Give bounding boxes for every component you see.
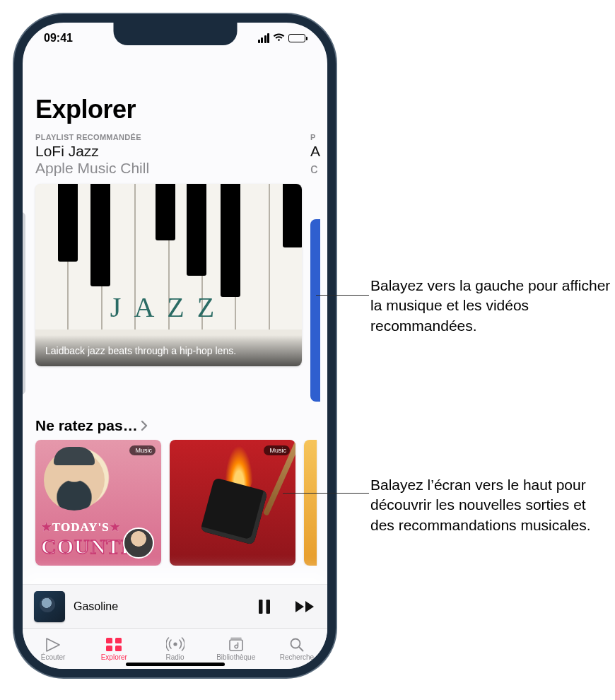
callout-swipe-left: Balayez vers la gauche pour afficher la …: [370, 276, 611, 336]
hero-caption: Laidback jazz beats through a hip-hop le…: [35, 335, 302, 366]
status-time: 09:41: [44, 32, 73, 45]
notch: [113, 23, 237, 45]
next-track-button[interactable]: [295, 596, 316, 617]
hero-art-text: JAZZ: [35, 291, 302, 324]
tile-burning-match[interactable]: Music: [170, 440, 295, 566]
page-title: Explorer: [23, 54, 327, 126]
svg-point-6: [173, 642, 177, 646]
svg-rect-5: [115, 646, 122, 651]
svg-rect-1: [266, 600, 271, 614]
mini-player[interactable]: Gasoline: [23, 584, 327, 628]
battery-icon: [288, 34, 308, 42]
dont-miss-row[interactable]: Music ★TODAY'S★ COUNTRY Music: [23, 440, 327, 566]
iphone-frame: 09:41 Explorer PLAYLIST RECOMMANDÉE: [14, 14, 336, 677]
hero-card-lofi-jazz[interactable]: PLAYLIST RECOMMANDÉE LoFi Jazz Apple Mus…: [35, 133, 302, 402]
tab-search[interactable]: Recherche: [266, 629, 327, 669]
callout-leader-line: [316, 295, 369, 296]
hero-carousel[interactable]: PLAYLIST RECOMMANDÉE LoFi Jazz Apple Mus…: [23, 126, 327, 402]
hero-eyebrow: PLAYLIST RECOMMANDÉE: [35, 133, 302, 141]
section-header-dont-miss[interactable]: Ne ratez pas…: [23, 402, 327, 440]
mini-player-title: Gasoline: [74, 600, 254, 613]
home-indicator[interactable]: [126, 663, 225, 666]
hero-title: LoFi Jazz: [35, 143, 302, 160]
tab-listen[interactable]: Écouter: [23, 629, 83, 669]
wifi-icon: [273, 32, 285, 45]
hero-card-left-peek[interactable]: [23, 212, 25, 395]
svg-rect-3: [115, 638, 122, 643]
svg-rect-0: [259, 600, 263, 614]
svg-rect-2: [106, 638, 112, 643]
chevron-right-icon: [141, 420, 148, 431]
pause-button[interactable]: [254, 596, 275, 617]
mini-player-artwork[interactable]: [34, 591, 65, 622]
tile-todays-country[interactable]: Music ★TODAY'S★ COUNTRY: [35, 440, 161, 566]
hero-artwork[interactable]: JAZZ Laidback jazz beats through a hip-h…: [35, 184, 302, 366]
tile-peek-right[interactable]: [304, 440, 317, 566]
callout-swipe-up: Balayez l’écran vers le haut pour découv…: [370, 475, 611, 535]
svg-rect-4: [106, 646, 112, 651]
section-title: Ne ratez pas…: [35, 417, 138, 434]
hero-card-next-peek[interactable]: P A c: [310, 133, 320, 402]
svg-point-8: [291, 639, 300, 648]
hero-subtitle: Apple Music Chill: [35, 160, 302, 177]
apple-music-badge: Music: [264, 445, 290, 455]
cellular-icon: [258, 33, 270, 43]
tile-curator-avatar: [123, 527, 154, 559]
screen-scroll-area[interactable]: Explorer PLAYLIST RECOMMANDÉE LoFi Jazz …: [23, 54, 327, 669]
apple-music-badge: Music: [129, 445, 156, 455]
callout-leader-line: [283, 493, 369, 494]
